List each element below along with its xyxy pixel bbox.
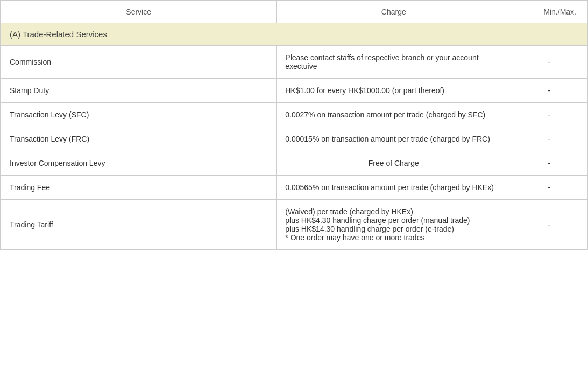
charge-cell: 0.00015% on transaction amount per trade… bbox=[277, 127, 511, 151]
charge-cell: HK$1.00 for every HK$1000.00 (or part th… bbox=[277, 79, 511, 103]
service-column-header: Service bbox=[1, 1, 277, 23]
minmax-cell: - bbox=[511, 103, 587, 127]
section-title: (A) Trade-Related Services bbox=[1, 23, 587, 46]
charge-cell: 0.0027% on transaction amount per trade … bbox=[277, 103, 511, 127]
minmax-cell: - bbox=[511, 176, 587, 200]
service-cell: Commission bbox=[1, 46, 277, 79]
table-row: Transaction Levy (SFC)0.0027% on transac… bbox=[1, 103, 587, 127]
service-cell: Trading Fee bbox=[1, 176, 277, 200]
charge-cell: Please contact staffs of respective bran… bbox=[277, 46, 511, 79]
section-header-row: (A) Trade-Related Services bbox=[1, 23, 587, 46]
minmax-column-header: Min./Max. bbox=[511, 1, 587, 23]
minmax-cell: - bbox=[511, 79, 587, 103]
charge-cell: 0.00565% on transaction amount per trade… bbox=[277, 176, 511, 200]
service-cell: Transaction Levy (FRC) bbox=[1, 127, 277, 151]
service-cell: Stamp Duty bbox=[1, 79, 277, 103]
table-row: Trading Fee0.00565% on transaction amoun… bbox=[1, 176, 587, 200]
service-cell: Trading Tariff bbox=[1, 200, 277, 250]
charge-column-header: Charge bbox=[277, 1, 511, 23]
table-row: Investor Compensation LevyFree of Charge… bbox=[1, 151, 587, 176]
minmax-cell: - bbox=[511, 127, 587, 151]
service-cell: Transaction Levy (SFC) bbox=[1, 103, 277, 127]
charge-cell: (Waived) per trade (charged by HKEx)plus… bbox=[277, 200, 511, 250]
minmax-cell: - bbox=[511, 46, 587, 79]
minmax-cell: - bbox=[511, 200, 587, 250]
table-row: CommissionPlease contact staffs of respe… bbox=[1, 46, 587, 79]
service-cell: Investor Compensation Levy bbox=[1, 151, 277, 176]
table-row: Transaction Levy (FRC)0.00015% on transa… bbox=[1, 127, 587, 151]
charge-cell: Free of Charge bbox=[277, 151, 511, 176]
minmax-cell: - bbox=[511, 151, 587, 176]
table-row: Trading Tariff(Waived) per trade (charge… bbox=[1, 200, 587, 250]
table-row: Stamp DutyHK$1.00 for every HK$1000.00 (… bbox=[1, 79, 587, 103]
